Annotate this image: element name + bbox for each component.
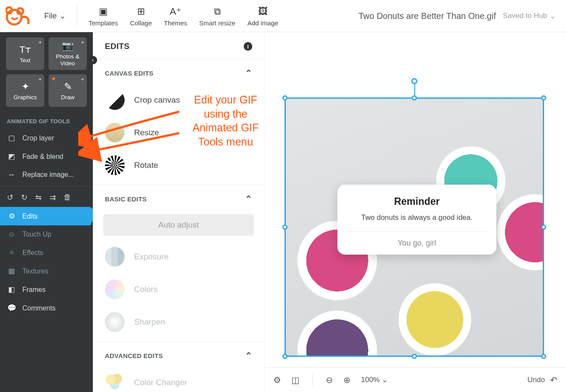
monkey-logo-icon (6, 5, 31, 27)
svg-point-0 (7, 10, 21, 24)
rail-nav-effects[interactable]: ✧Effects (0, 243, 93, 262)
camera-icon: 📷 (62, 40, 73, 52)
document-name[interactable]: Two Donuts are Better Than One.gif (358, 11, 496, 21)
alignment-icon[interactable]: ◫ (291, 375, 300, 385)
resize-handle-l[interactable] (282, 225, 288, 230)
templates-icon: ▣ (99, 6, 108, 18)
exposure-thumb-icon (105, 247, 125, 267)
flip-v-icon[interactable]: ⇉ (49, 193, 56, 202)
stage-bottom-bar: ⚙ ◫ ⊖ ⊕ 100% ⌄ Undo ↶ (265, 367, 566, 392)
edit-rotate[interactable]: Rotate (93, 152, 264, 185)
auto-adjust-button: Auto adjust (103, 214, 254, 236)
edit-exposure[interactable]: Exposure (93, 243, 264, 276)
notification-dot-icon (52, 77, 55, 80)
rail-nav-frames[interactable]: ◧Frames (0, 280, 93, 299)
trash-icon[interactable]: 🗑 (64, 193, 71, 202)
undo-icon[interactable]: ↺ (7, 193, 13, 202)
resize-handle-tr[interactable] (541, 95, 546, 100)
info-icon[interactable]: i (244, 42, 252, 51)
frame-icon: ◧ (7, 285, 16, 294)
rotate-thumb-icon (105, 155, 125, 175)
resize-handle-br[interactable] (541, 354, 546, 359)
sliders-icon: ⚙ (7, 212, 16, 221)
rail-nav-touch-up[interactable]: ☺Touch Up (0, 225, 93, 243)
add-image-tool[interactable]: 🖼Add image (248, 6, 278, 27)
chevron-up-icon: ⌃ (245, 194, 252, 204)
rail-nav-comments[interactable]: 💬Comments (0, 299, 93, 317)
pencil-icon: ✎ (64, 81, 72, 92)
flip-h-icon[interactable]: ⇋ (35, 193, 42, 202)
collage-tool[interactable]: ⊞Collage (130, 6, 152, 27)
left-rail: +TᴛText +📷Photos & Video +✦Graphics +✎Dr… (0, 32, 93, 392)
rail-nav-textures[interactable]: ▦Textures (0, 262, 93, 280)
canvas-area[interactable]: Reminder Two donuts is always a good ide… (265, 32, 566, 367)
resize-handle-tl[interactable] (282, 95, 288, 100)
rail-item-fade-blend[interactable]: ◩Fade & blend (0, 147, 93, 166)
edit-crop-canvas[interactable]: Crop canvas (93, 87, 264, 119)
file-menu[interactable]: File ⌄ (37, 0, 73, 32)
rail-tile-photos-video[interactable]: +📷Photos & Video (49, 37, 87, 70)
collage-icon: ⊞ (137, 6, 145, 18)
panel-title: EDITS (105, 42, 129, 51)
resize-handle-bl[interactable] (282, 354, 288, 359)
rotate-handle[interactable] (411, 78, 417, 84)
saved-status[interactable]: Saved to Hub⌄ (503, 12, 556, 21)
redo-icon[interactable]: ↻ (21, 193, 28, 202)
reminder-card: Reminder Two donuts is always a good ide… (337, 185, 496, 255)
rotate-stem (414, 82, 415, 95)
color-changer-thumb-icon (105, 373, 125, 392)
resize-handle-t[interactable] (412, 95, 417, 100)
plus-icon: + (81, 39, 84, 46)
separator (77, 5, 77, 27)
edits-panel: EDITS i CANVAS EDITS⌃ Crop canvas Resize… (93, 32, 265, 392)
section-canvas-edits[interactable]: CANVAS EDITS⌃ (93, 59, 264, 87)
comment-icon: 💬 (7, 304, 16, 313)
canvas-stage: Reminder Two donuts is always a good ide… (265, 32, 566, 392)
text-icon: Tᴛ (19, 44, 31, 55)
edit-color-changer[interactable]: Color Changer (93, 369, 264, 392)
rail-item-crop-layer[interactable]: ▢Crop layer (0, 129, 93, 147)
sharpen-thumb-icon (105, 312, 125, 332)
zoom-in-icon[interactable]: ⊕ (343, 375, 351, 385)
undo-label[interactable]: Undo (527, 376, 545, 384)
colors-thumb-icon (105, 280, 125, 299)
chevron-down-icon: ⌄ (550, 12, 556, 21)
resize-handle-r[interactable] (541, 225, 546, 230)
templates-tool[interactable]: ▣Templates (89, 6, 118, 27)
collapse-panel-button[interactable]: ‹ (89, 56, 97, 64)
smart-resize-tool[interactable]: ⧉Smart resize (199, 6, 235, 27)
edit-resize[interactable]: Resize (93, 119, 264, 152)
rail-tile-graphics[interactable]: +✦Graphics (6, 74, 44, 107)
smart-resize-icon: ⧉ (214, 6, 221, 18)
themes-icon: A⁺ (170, 6, 181, 18)
reminder-body: Two donuts is always a good idea. (347, 213, 487, 231)
zoom-out-icon[interactable]: ⊖ (326, 375, 333, 385)
selected-image[interactable]: Reminder Two donuts is always a good ide… (285, 97, 544, 357)
face-icon: ☺ (7, 230, 16, 239)
gif-tools-heading: ANIMATED GIF TOOLS (0, 112, 93, 129)
rail-item-replace-image[interactable]: ↔Replace image... (0, 166, 93, 184)
logo[interactable] (0, 5, 37, 27)
svg-point-2 (17, 8, 23, 14)
rail-tile-draw[interactable]: +✎Draw (49, 74, 87, 107)
resize-thumb-icon (105, 123, 125, 143)
zoom-level[interactable]: 100% ⌄ (361, 375, 388, 384)
shapes-icon: ✦ (21, 81, 29, 92)
swap-icon: ↔ (7, 170, 16, 179)
svg-point-1 (6, 7, 12, 13)
texture-icon: ▦ (7, 267, 16, 276)
section-advanced-edits[interactable]: ADVANCED EDITS⌃ (93, 342, 264, 369)
rail-nav-edits[interactable]: ⚙Edits (0, 207, 91, 225)
edit-colors[interactable]: Colors (93, 276, 264, 309)
resize-handle-b[interactable] (412, 354, 417, 359)
section-basic-edits[interactable]: BASIC EDITS⌃ (93, 185, 264, 213)
settings-icon[interactable]: ⚙ (273, 375, 281, 385)
chevron-up-icon: ⌃ (245, 350, 252, 361)
reminder-action: You go, girl (347, 231, 487, 255)
themes-tool[interactable]: A⁺Themes (164, 6, 187, 27)
edit-sharpen[interactable]: Sharpen (93, 309, 264, 341)
undo-icon[interactable]: ↶ (550, 375, 557, 385)
chevron-down-icon: ⌄ (382, 376, 388, 384)
rail-tile-text[interactable]: +TᴛText (6, 37, 44, 70)
file-label: File (44, 12, 57, 21)
